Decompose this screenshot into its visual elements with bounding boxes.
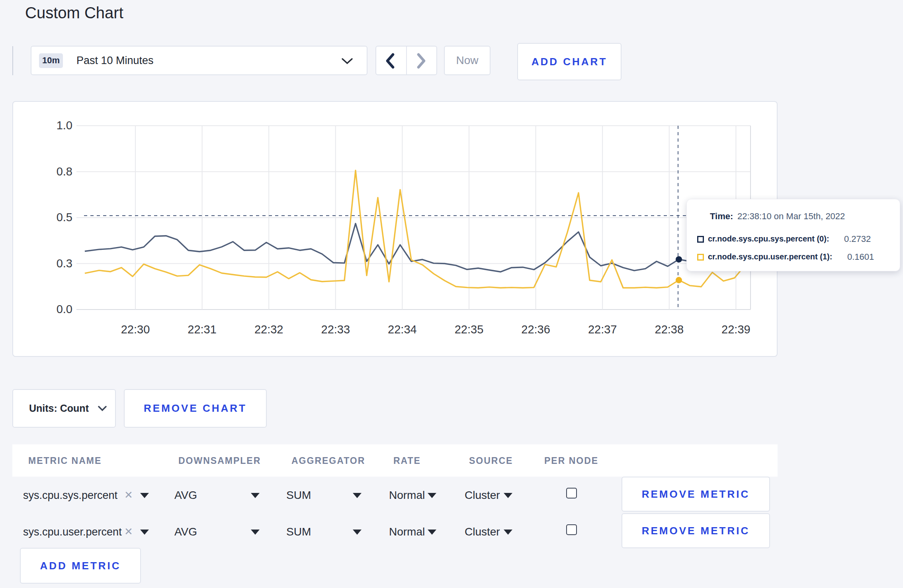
svg-text:22:37: 22:37 bbox=[588, 323, 617, 336]
svg-text:22:34: 22:34 bbox=[388, 323, 417, 336]
svg-text:1.0: 1.0 bbox=[57, 119, 72, 132]
svg-text:22:30: 22:30 bbox=[121, 323, 150, 336]
svg-text:22:38: 22:38 bbox=[655, 323, 684, 336]
svg-text:0.0: 0.0 bbox=[57, 303, 72, 315]
svg-text:0.8: 0.8 bbox=[57, 165, 72, 178]
svg-text:22:33: 22:33 bbox=[321, 323, 350, 336]
svg-text:22:35: 22:35 bbox=[455, 323, 484, 336]
svg-text:0.5: 0.5 bbox=[57, 211, 72, 224]
svg-text:0.3: 0.3 bbox=[57, 257, 72, 270]
svg-text:22:39: 22:39 bbox=[721, 323, 751, 336]
svg-text:22:36: 22:36 bbox=[521, 323, 550, 336]
svg-text:22:32: 22:32 bbox=[254, 323, 283, 336]
svg-text:22:31: 22:31 bbox=[188, 323, 217, 336]
